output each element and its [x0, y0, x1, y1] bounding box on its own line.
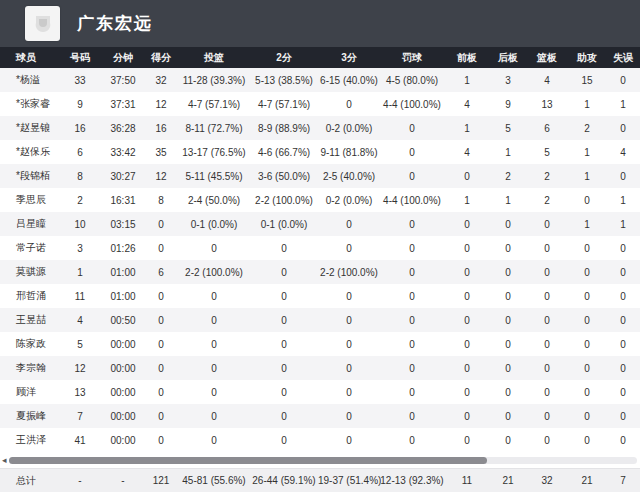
stat-cell: 12 — [144, 99, 178, 110]
stat-cell: 0 — [144, 339, 178, 350]
column-header-5: 2分 — [250, 51, 318, 65]
stat-cell: 0 — [318, 363, 380, 374]
stat-cell: 03:15 — [102, 219, 144, 230]
stat-cell: 36:28 — [102, 123, 144, 134]
stat-cell: 0 — [380, 363, 444, 374]
table-row[interactable]: *张家睿937:31124-7 (57.1%)4-7 (57.1%)04-4 (… — [0, 92, 640, 116]
stat-cell: 0 — [568, 435, 606, 446]
stat-cell: 01:00 — [102, 267, 144, 278]
stat-cell: 0 — [318, 387, 380, 398]
scrollbar-track[interactable] — [9, 457, 637, 464]
stat-cell: 4-7 (57.1%) — [178, 99, 250, 110]
stats-table-body: *杨溢3337:503211-28 (39.3%)5-13 (38.5%)6-1… — [0, 68, 640, 452]
table-row[interactable]: 吕星瞳1003:1500-1 (0.0%)0-1 (0.0%)0000011 — [0, 212, 640, 236]
stat-cell: 11-28 (39.3%) — [178, 75, 250, 86]
stat-cell: 12 — [144, 171, 178, 182]
stat-cell: 7 — [58, 411, 102, 422]
stat-cell: 0 — [318, 99, 380, 110]
stat-cell: 0 — [144, 363, 178, 374]
stat-cell: 33 — [58, 75, 102, 86]
stat-cell: 15 — [568, 75, 606, 86]
stat-cell: 01:26 — [102, 243, 144, 254]
column-header-8: 前板 — [444, 51, 490, 65]
stat-cell: 00:50 — [102, 315, 144, 326]
total-stat-cell: 21 — [490, 475, 526, 486]
table-header-row: 球员号码分钟得分投篮2分3分罚球前板后板篮板助攻失误 — [0, 47, 640, 68]
stat-cell: 1 — [568, 171, 606, 182]
stat-cell: 1 — [444, 75, 490, 86]
stat-cell: 1 — [606, 219, 640, 230]
stat-cell: 4 — [444, 147, 490, 158]
stat-cell: 6 — [58, 147, 102, 158]
total-row: 总计--12145-81 (55.6%)26-44 (59.1%)19-37 (… — [0, 468, 640, 492]
stat-cell: 5-13 (38.5%) — [250, 75, 318, 86]
table-row[interactable]: 王昱喆400:500000000000 — [0, 308, 640, 332]
stat-cell: 0 — [490, 339, 526, 350]
table-row[interactable]: 顾洋1300:000000000000 — [0, 380, 640, 404]
stat-cell: 1 — [444, 195, 490, 206]
scrollbar-thumb[interactable] — [9, 457, 487, 464]
scroll-left-arrow-icon[interactable]: ◂ — [2, 452, 8, 468]
stat-cell: 13-17 (76.5%) — [178, 147, 250, 158]
stat-cell: 0 — [380, 123, 444, 134]
table-row[interactable]: 邢哲涌1101:000000000000 — [0, 284, 640, 308]
stat-cell: 5 — [526, 147, 568, 158]
stat-cell: 1 — [58, 267, 102, 278]
table-row[interactable]: *赵昱锒1636:28168-11 (72.7%)8-9 (88.9%)0-2 … — [0, 116, 640, 140]
stat-cell: 2 — [568, 123, 606, 134]
stat-cell: 0 — [380, 147, 444, 158]
stat-cell: 2-4 (50.0%) — [178, 195, 250, 206]
stat-cell: 0 — [490, 243, 526, 254]
stat-cell: 41 — [58, 435, 102, 446]
stat-cell: 4-7 (57.1%) — [250, 99, 318, 110]
table-row[interactable]: 常子诺301:260000000000 — [0, 236, 640, 260]
table-row[interactable]: 李宗翰1200:000000000000 — [0, 356, 640, 380]
player-name: 王昱喆 — [0, 313, 58, 327]
stat-cell: 00:00 — [102, 339, 144, 350]
player-name: *段锦栢 — [0, 169, 58, 183]
stat-cell: 16 — [144, 123, 178, 134]
stat-cell: 0 — [250, 291, 318, 302]
total-stat-cell: 32 — [526, 475, 568, 486]
table-row[interactable]: *杨溢3337:503211-28 (39.3%)5-13 (38.5%)6-1… — [0, 68, 640, 92]
stat-cell: 0 — [490, 219, 526, 230]
table-row[interactable]: 陈家政500:000000000000 — [0, 332, 640, 356]
stat-cell: 0 — [178, 435, 250, 446]
table-row[interactable]: 王洪泽4100:000000000000 — [0, 428, 640, 452]
total-stat-cell: 12-13 (92.3%) — [380, 475, 444, 486]
table-row[interactable]: *赵保乐633:423513-17 (76.5%)4-6 (66.7%)9-11… — [0, 140, 640, 164]
table-row[interactable]: *段锦栢830:27125-11 (45.5%)3-6 (50.0%)2-5 (… — [0, 164, 640, 188]
player-name: *张家睿 — [0, 97, 58, 111]
horizontal-scrollbar[interactable]: ◂ — [0, 452, 640, 468]
stat-cell: 0 — [380, 339, 444, 350]
stat-cell: 0 — [444, 243, 490, 254]
table-row[interactable]: 莫骐源101:0062-2 (100.0%)02-2 (100.0%)00000… — [0, 260, 640, 284]
stat-cell: 0-2 (0.0%) — [318, 123, 380, 134]
stat-cell: 37:31 — [102, 99, 144, 110]
stat-cell: 0 — [144, 387, 178, 398]
stat-cell: 11 — [58, 291, 102, 302]
player-name: 莫骐源 — [0, 265, 58, 279]
stat-cell: 0 — [250, 243, 318, 254]
stat-cell: 0 — [526, 291, 568, 302]
column-header-0: 球员 — [0, 51, 58, 65]
table-row[interactable]: 季思辰216:3182-4 (50.0%)2-2 (100.0%)0-2 (0.… — [0, 188, 640, 212]
total-stat-cell: - — [102, 475, 144, 486]
column-header-2: 分钟 — [102, 51, 144, 65]
stat-cell: 3 — [490, 75, 526, 86]
stat-cell: 8-11 (72.7%) — [178, 123, 250, 134]
total-stat-cell: 121 — [144, 475, 178, 486]
stat-cell: 5 — [58, 339, 102, 350]
table-row[interactable]: 夏振峰700:000000000000 — [0, 404, 640, 428]
stat-cell: 0 — [490, 315, 526, 326]
stat-cell: 0 — [144, 291, 178, 302]
stat-cell: 0 — [568, 195, 606, 206]
stat-cell: 3-6 (50.0%) — [250, 171, 318, 182]
stat-cell: 0 — [318, 243, 380, 254]
stat-cell: 0 — [490, 411, 526, 422]
stat-cell: 2 — [526, 171, 568, 182]
stat-cell: 3 — [58, 243, 102, 254]
stat-cell: 0 — [178, 339, 250, 350]
column-header-12: 失误 — [606, 51, 640, 65]
stat-cell: 2-2 (100.0%) — [178, 267, 250, 278]
